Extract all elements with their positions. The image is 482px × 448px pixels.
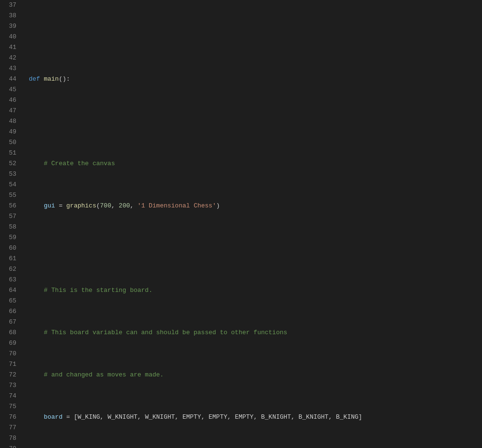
code-line-45: # and changed as moves are made.	[29, 370, 482, 380]
code-line-37	[29, 32, 482, 42]
line-numbers: 37 38 39 40 41 42 43 44 45 46 47 48 49 5…	[0, 0, 22, 448]
code-line-38: def main():	[29, 74, 482, 85]
code-line-41: gui = graphics(700, 200, '1 Dimensional …	[29, 201, 482, 211]
code-line-43: # This is the starting board.	[29, 285, 482, 296]
code-line-40: # Create the canvas	[29, 158, 482, 169]
code-line-44: # This board variable can and should be …	[29, 327, 482, 338]
code-line-46: board = [W_KING, W_KNIGHT, W_KNIGHT, EMP…	[29, 412, 482, 423]
code-lines[interactable]: def main(): # Create the canvas gui = gr…	[22, 0, 482, 448]
code-line-42	[29, 243, 482, 254]
code-editor: 37 38 39 40 41 42 43 44 45 46 47 48 49 5…	[0, 0, 482, 448]
code-line-39	[29, 116, 482, 127]
